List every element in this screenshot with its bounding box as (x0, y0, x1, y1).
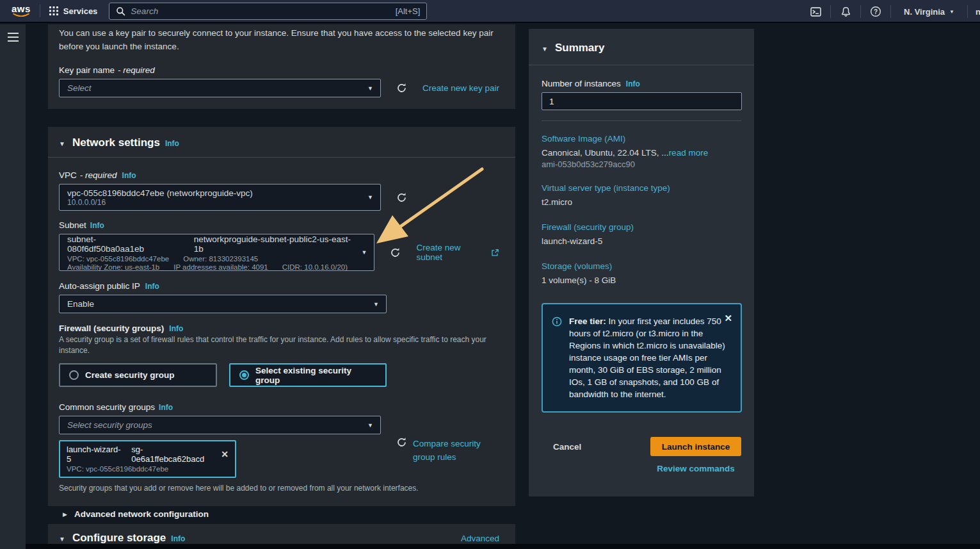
services-menu-button[interactable]: Services (49, 6, 98, 16)
subnet-owner: Owner: 813302393145 (183, 255, 258, 263)
storage-advanced-link[interactable]: Advanced (461, 534, 499, 543)
instance-type-link[interactable]: Virtual server type (instance type) (542, 183, 741, 193)
security-groups-note: Security groups that you add or remove h… (59, 484, 499, 493)
info-link[interactable]: Info (171, 534, 185, 543)
free-tier-text: In your first year includes 750 hours of… (569, 316, 725, 399)
subnet-id: subnet-080f6df50ba0aa1eb (67, 234, 170, 254)
bottom-strip (26, 544, 980, 549)
region-label: N. Virginia (904, 7, 945, 17)
radio-icon (69, 370, 79, 380)
create-new-subnet-label: Create new subnet (416, 243, 487, 262)
key-pair-name-label: Key pair name (59, 65, 115, 75)
summary-title: Summary (555, 42, 604, 54)
info-link[interactable]: Info (169, 324, 183, 333)
configure-storage-title: Configure storage (72, 532, 166, 544)
chip-sg-vpc: VPC: vpc-055c8196bddc47ebe (67, 465, 229, 473)
summary-firewall-link[interactable]: Firewall (security group) (542, 222, 741, 232)
search-input[interactable]: Search [Alt+S] (109, 3, 427, 20)
advanced-network-configuration-toggle[interactable]: Advanced network configuration (74, 509, 209, 519)
aws-smile-icon (13, 13, 29, 18)
chevron-down-icon: ▼ (373, 301, 379, 307)
search-shortcut: [Alt+S] (396, 6, 421, 16)
auto-assign-ip-value: Enable (67, 299, 367, 309)
number-of-instances-label: Number of instances (542, 79, 621, 88)
services-label: Services (63, 6, 98, 16)
instance-type-value: t2.micro (542, 197, 741, 207)
notifications-bell-icon[interactable] (831, 6, 860, 17)
chip-sg-name: launch-wizard-5 (67, 445, 123, 464)
auto-assign-ip-select[interactable]: Enable ▼ (59, 295, 387, 313)
number-of-instances-input[interactable] (542, 92, 742, 110)
refresh-icon[interactable] (396, 83, 407, 94)
help-icon[interactable]: ? (861, 6, 890, 17)
hamburger-menu-icon[interactable] (8, 33, 19, 42)
storage-volumes-link[interactable]: Storage (volumes) (542, 261, 741, 271)
chevron-down-icon: ▼ (367, 422, 373, 429)
search-placeholder: Search (131, 6, 390, 16)
key-pair-placeholder: Select (67, 83, 361, 93)
topbar-divider (40, 4, 40, 17)
vpc-label: VPC (59, 170, 77, 180)
info-link[interactable]: Info (159, 403, 173, 412)
create-new-key-pair-link[interactable]: Create new key pair (422, 83, 499, 93)
summary-panel: ▼ Summary Number of instancesInfo Softwa… (529, 29, 754, 496)
create-security-group-radio[interactable]: Create security group (59, 363, 217, 387)
configure-storage-panel: ▼ Configure storage Info Advanced (48, 524, 515, 544)
common-security-groups-label: Common security groups (59, 402, 155, 412)
subnet-select[interactable]: subnet-080f6df50ba0aa1eb networkproguide… (59, 234, 374, 271)
software-image-link[interactable]: Software Image (AMI) (542, 134, 741, 143)
required-suffix: - required (118, 65, 155, 75)
review-commands-link[interactable]: Review commands (650, 464, 741, 473)
search-icon (116, 6, 125, 16)
common-security-groups-select[interactable]: Select security groups ▼ (59, 416, 381, 434)
collapse-triangle-icon[interactable]: ▼ (542, 45, 548, 53)
firewall-label: Firewall (security groups) (59, 324, 164, 333)
close-icon[interactable]: ✕ (221, 449, 229, 459)
cloudshell-icon[interactable] (801, 6, 830, 17)
info-link[interactable]: Info (165, 139, 179, 148)
divider (542, 120, 741, 121)
svg-text:?: ? (874, 8, 878, 15)
collapse-triangle-icon[interactable]: ▼ (59, 536, 65, 543)
chip-sg-id: sg-0e6a1ffebca62bacd (131, 445, 213, 464)
vpc-select[interactable]: vpc-055c8196bddc47ebe (networkproguide-v… (59, 184, 381, 211)
security-group-chip: launch-wizard-5 sg-0e6a1ffebca62bacd ✕ V… (59, 440, 236, 478)
subnet-ips: IP addresses available: 4091 (173, 263, 268, 271)
account-menu-clipped[interactable]: n (976, 7, 980, 17)
create-new-subnet-link[interactable]: Create new subnet (416, 243, 499, 262)
compare-security-group-rules-link[interactable]: Compare security group rules (413, 437, 485, 464)
collapse-triangle-icon[interactable]: ▼ (59, 140, 65, 147)
aws-logo[interactable]: aws (12, 4, 31, 18)
external-link-icon (491, 249, 499, 257)
info-link[interactable]: Info (122, 171, 136, 180)
vpc-cidr: 10.0.0.0/16 (67, 198, 361, 207)
top-navigation-bar: aws Services Search [Alt+S] ? N (0, 0, 980, 23)
close-icon[interactable]: ✕ (724, 313, 732, 324)
refresh-icon[interactable] (396, 192, 407, 203)
subnet-name: networkproguide-subnet-public2-us-east-1… (194, 234, 355, 254)
security-groups-placeholder: Select security groups (67, 420, 361, 430)
expand-triangle-icon[interactable]: ▶ (63, 511, 67, 518)
refresh-icon[interactable] (396, 437, 407, 448)
topbar-divider (967, 5, 968, 18)
refresh-icon[interactable] (390, 247, 401, 258)
info-link[interactable]: Info (626, 79, 640, 88)
summary-firewall-value: launch-wizard-5 (542, 236, 741, 246)
auto-assign-ip-label: Auto-assign public IP (59, 281, 140, 291)
chevron-down-icon: ▼ (367, 194, 373, 201)
info-link[interactable]: Info (145, 282, 159, 291)
cancel-button[interactable]: Cancel (553, 442, 581, 452)
info-link[interactable]: Info (90, 221, 104, 230)
region-selector[interactable]: N. Virginia ▼ (891, 7, 967, 17)
key-pair-select[interactable]: Select ▼ (59, 79, 381, 97)
aws-logo-text: aws (12, 4, 31, 13)
chevron-down-icon: ▼ (367, 85, 373, 92)
key-pair-description: You can use a key pair to securely conne… (59, 26, 499, 53)
launch-instance-button[interactable]: Launch instance (650, 437, 741, 456)
subnet-label: Subnet (59, 220, 86, 230)
select-existing-security-group-radio[interactable]: Select existing security group (229, 363, 387, 387)
key-pair-panel: You can use a key pair to securely conne… (48, 24, 515, 109)
chevron-down-icon: ▼ (362, 249, 367, 256)
read-more-link[interactable]: read more (669, 148, 709, 158)
ami-description: Canonical, Ubuntu, 22.04 LTS, ... (542, 148, 669, 158)
